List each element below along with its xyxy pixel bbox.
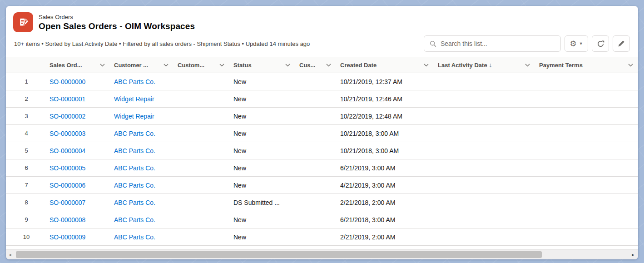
row-number: 4	[6, 130, 47, 137]
chevron-down-icon[interactable]	[424, 64, 429, 67]
scrollbar-thumb[interactable]	[16, 251, 542, 258]
customer-cell: ABC Parts Co.	[111, 78, 175, 85]
row-number: 7	[6, 182, 47, 189]
created-date-cell: 6/21/2019, 3:00 AM	[337, 164, 435, 172]
created-date-cell: 10/22/2019, 12:48 AM	[337, 113, 435, 120]
row-number: 1	[6, 78, 47, 85]
column-header-status[interactable]: Status	[231, 57, 297, 73]
sales-order-link[interactable]: SO-0000000	[50, 78, 85, 85]
column-label: Cus...	[299, 62, 315, 69]
column-header-payment-terms[interactable]: Payment Terms	[536, 57, 638, 73]
customer-link[interactable]: Widget Repair	[114, 95, 154, 103]
row-number: 3	[6, 113, 47, 119]
table-row: 10 SO-0000009 ABC Parts Co. New 2/21/201…	[6, 228, 638, 246]
column-header-sales-order[interactable]: Sales Ord...	[47, 57, 111, 73]
sales-order-cell: SO-0000001	[47, 95, 111, 103]
chevron-down-icon[interactable]	[525, 64, 530, 67]
row-number: 5	[6, 147, 47, 154]
sales-order-cell: SO-0000005	[47, 164, 111, 172]
column-header-customer2[interactable]: Custom...	[175, 57, 231, 73]
scroll-left-arrow[interactable]: ◄	[6, 250, 14, 259]
list-settings-button[interactable]: ⚙ ▼	[565, 35, 588, 52]
sales-order-link[interactable]: SO-0000001	[50, 95, 85, 103]
column-header-cus[interactable]: Cus...	[297, 57, 337, 73]
table-row: 3 SO-0000002 Widget Repair New 10/22/201…	[6, 108, 638, 125]
status-cell: New	[231, 147, 297, 154]
customer-link[interactable]: ABC Parts Co.	[114, 199, 155, 206]
column-header-row-number	[6, 57, 47, 73]
column-label: Sales Ord...	[50, 62, 82, 69]
status-cell: New	[231, 216, 297, 223]
scroll-right-arrow[interactable]: ►	[629, 250, 637, 259]
table-row: 2 SO-0000001 Widget Repair New 10/21/201…	[6, 90, 638, 108]
search-box[interactable]	[424, 35, 561, 52]
search-icon	[430, 40, 436, 47]
chevron-down-icon[interactable]	[219, 64, 224, 67]
status-cell: New	[231, 164, 297, 172]
column-label: Last Activity Date	[438, 62, 487, 69]
customer-cell: ABC Parts Co.	[111, 182, 175, 189]
sales-order-link[interactable]: SO-0000004	[50, 147, 85, 154]
list-controls: ⚙ ▼	[424, 35, 630, 52]
document-pencil-icon	[16, 15, 30, 29]
sales-order-link[interactable]: SO-0000002	[50, 113, 85, 120]
sales-order-link[interactable]: SO-0000008	[50, 216, 85, 223]
customer-link[interactable]: ABC Parts Co.	[114, 147, 155, 154]
customer-cell: ABC Parts Co.	[111, 147, 175, 154]
created-date-cell: 10/21/2018, 3:00 AM	[337, 130, 435, 137]
horizontal-scrollbar[interactable]: ◄ ►	[6, 249, 638, 259]
chevron-down-icon[interactable]	[285, 64, 290, 67]
customer-cell: ABC Parts Co.	[111, 216, 175, 223]
edit-button[interactable]	[613, 35, 630, 52]
customer-link[interactable]: ABC Parts Co.	[114, 164, 155, 172]
customer-cell: Widget Repair	[111, 113, 175, 120]
created-date-cell: 10/21/2019, 12:37 AM	[337, 78, 435, 85]
customer-link[interactable]: Widget Repair	[114, 113, 154, 120]
table-row: 7 SO-0000006 ABC Parts Co. New 4/21/2019…	[6, 177, 638, 194]
chevron-down-icon[interactable]	[628, 64, 633, 67]
chevron-down-icon[interactable]	[100, 64, 105, 67]
customer-link[interactable]: ABC Parts Co.	[114, 182, 155, 189]
sales-order-cell: SO-0000003	[47, 130, 111, 137]
sales-order-cell: SO-0000004	[47, 147, 111, 154]
customer-cell: ABC Parts Co.	[111, 164, 175, 172]
status-cell: New	[231, 113, 297, 120]
row-number: 10	[6, 233, 47, 240]
customer-cell: ABC Parts Co.	[111, 130, 175, 137]
pencil-icon	[618, 40, 625, 47]
column-header-last-activity-date[interactable]: Last Activity Date ↓	[435, 57, 536, 73]
sales-order-link[interactable]: SO-0000009	[50, 233, 85, 241]
chevron-down-icon[interactable]	[326, 64, 331, 67]
sales-order-cell: SO-0000000	[47, 78, 111, 85]
sales-order-link[interactable]: SO-0000007	[50, 199, 85, 206]
gear-icon: ⚙	[570, 40, 576, 48]
table-row: 6 SO-0000005 ABC Parts Co. New 6/21/2019…	[6, 159, 638, 177]
chevron-down-icon[interactable]	[163, 64, 168, 67]
customer-link[interactable]: ABC Parts Co.	[114, 130, 155, 137]
customer-link[interactable]: ABC Parts Co.	[114, 233, 155, 241]
refresh-button[interactable]	[592, 35, 609, 52]
page-title: Open Sales Orders - OIM Workspaces	[39, 21, 195, 32]
search-input[interactable]	[441, 40, 555, 47]
sales-order-link[interactable]: SO-0000006	[50, 182, 85, 189]
status-cell: New	[231, 78, 297, 85]
column-label: Custom...	[178, 62, 204, 69]
table-row: 5 SO-0000004 ABC Parts Co. New 10/21/201…	[6, 142, 638, 159]
list-view-panel: Sales Orders Open Sales Orders - OIM Wor…	[6, 6, 638, 259]
customer-link[interactable]: ABC Parts Co.	[114, 216, 155, 223]
created-date-cell: 10/21/2018, 3:00 AM	[337, 147, 435, 154]
customer-cell: ABC Parts Co.	[111, 199, 175, 206]
row-number: 2	[6, 95, 47, 102]
row-number: 9	[6, 216, 47, 223]
sales-order-cell: SO-0000002	[47, 113, 111, 120]
sales-order-link[interactable]: SO-0000003	[50, 130, 85, 137]
customer-link[interactable]: ABC Parts Co.	[114, 78, 155, 85]
column-header-created-date[interactable]: Created Date	[337, 57, 435, 73]
column-label: Status	[233, 62, 252, 69]
sales-order-cell: SO-0000006	[47, 182, 111, 189]
table-row: 8 SO-0000007 ABC Parts Co. DS Submitted …	[6, 194, 638, 211]
column-label: Payment Terms	[539, 62, 583, 69]
column-header-customer[interactable]: Customer ...	[111, 57, 175, 73]
sales-order-link[interactable]: SO-0000005	[50, 164, 85, 172]
sales-orders-entity-icon	[13, 12, 33, 32]
